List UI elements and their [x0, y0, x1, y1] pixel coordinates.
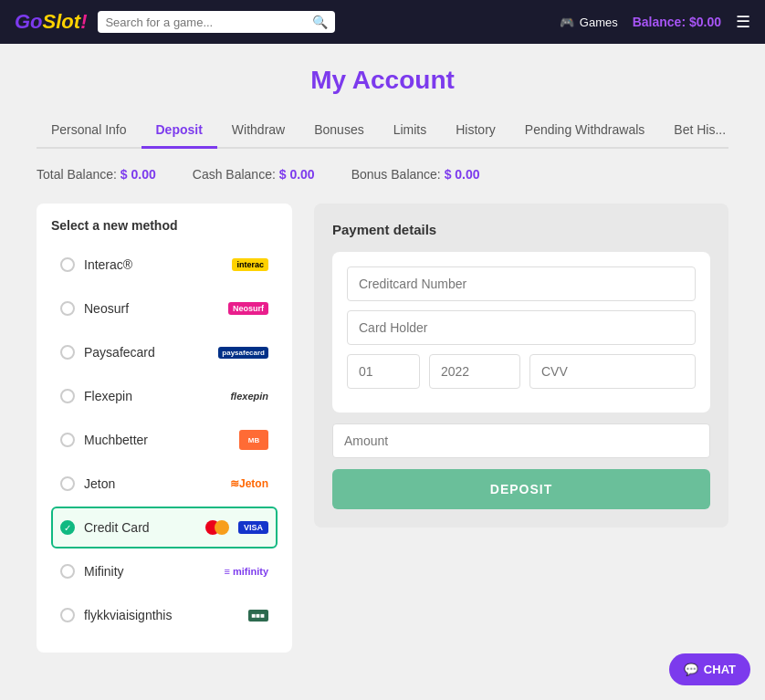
menu-icon[interactable]: ☰: [736, 12, 750, 32]
muchbetter-badge: MB: [239, 430, 268, 450]
method-neosurf-label: Neosurf: [84, 301, 219, 316]
tab-withdraw[interactable]: Withdraw: [217, 113, 299, 149]
payment-details-title: Payment details: [332, 222, 710, 237]
expiry-row: [347, 354, 696, 389]
header-right: 🎮 Games Balance: $0.00 ☰: [560, 12, 750, 32]
method-muchbetter-logo: MB: [239, 430, 268, 450]
card-form: [332, 252, 710, 413]
jeton-badge: ≋Jeton: [230, 477, 268, 490]
balance-label: Balance: $0.00: [633, 15, 721, 29]
method-flykk-radio: [60, 608, 75, 622]
flykk-badge: ■■■: [248, 610, 269, 622]
search-input[interactable]: [105, 16, 307, 29]
flexepin-badge: flexepin: [230, 391, 268, 402]
year-input[interactable]: [429, 354, 520, 389]
search-icon: 🔍: [312, 15, 328, 29]
method-interac[interactable]: Interac® interac: [51, 244, 278, 286]
methods-title: Select a new method: [51, 218, 278, 233]
method-flykk[interactable]: flykkviaisignthis ■■■: [51, 594, 278, 636]
tab-deposit[interactable]: Deposit: [141, 113, 217, 149]
method-jeton-radio: [60, 476, 75, 491]
method-paysafecard-logo: paysafecard: [218, 342, 268, 362]
bonus-balance: Bonus Balance: $ 0.00: [351, 167, 480, 182]
method-muchbetter-radio: [60, 433, 75, 447]
content-area: Select a new method Interac® interac Neo…: [37, 204, 728, 653]
chat-button[interactable]: 💬 CHAT: [669, 653, 750, 685]
games-icon: 🎮: [560, 16, 574, 29]
tabs-bar: Personal Info Deposit Withdraw Bonuses L…: [37, 113, 728, 149]
card-number-input[interactable]: [347, 266, 696, 301]
logo-slot: Slot: [43, 10, 81, 33]
payment-details-panel: Payment details DEPOSIT: [314, 204, 728, 528]
logo-excl: !: [80, 10, 87, 33]
mifinity-badge: ≡ mifinity: [224, 566, 268, 577]
method-flexepin[interactable]: Flexepin flexepin: [51, 375, 278, 417]
paysafe-badge: paysafecard: [218, 347, 268, 359]
method-mifinity-radio: [60, 564, 75, 579]
method-creditcard-radio: [60, 520, 75, 535]
chat-icon: 💬: [684, 663, 698, 676]
tab-bonuses[interactable]: Bonuses: [299, 113, 378, 149]
tab-pending-withdrawals[interactable]: Pending Withdrawals: [510, 113, 660, 149]
method-jeton-logo: ≋Jeton: [230, 474, 268, 494]
method-jeton[interactable]: Jeton ≋Jeton: [51, 463, 278, 505]
visa-badge: VISA: [238, 521, 268, 534]
page-title: My Account: [37, 66, 728, 95]
total-balance: Total Balance: $ 0.00: [37, 167, 156, 182]
header: GoSlot! 🔍 🎮 Games Balance: $0.00 ☰: [0, 0, 765, 44]
method-neosurf[interactable]: Neosurf Neosurf: [51, 287, 278, 329]
logo-go: Go: [15, 10, 43, 33]
method-mifinity-logo: ≡ mifinity: [224, 561, 268, 581]
method-interac-label: Interac®: [84, 257, 223, 272]
method-flexepin-label: Flexepin: [84, 389, 221, 403]
mc-right: [215, 520, 229, 535]
method-paysafecard-radio: [60, 345, 75, 360]
method-flykk-label: flykkviaisignthis: [84, 608, 239, 622]
main-content: My Account Personal Info Deposit Withdra…: [0, 44, 765, 674]
cash-balance: Cash Balance: $ 0.00: [193, 167, 315, 182]
method-interac-radio: [60, 257, 75, 272]
chat-label: CHAT: [704, 663, 736, 676]
tab-bet-history[interactable]: Bet His...: [659, 113, 740, 149]
method-creditcard[interactable]: Credit Card VISA: [51, 507, 278, 549]
method-paysafecard[interactable]: Paysafecard paysafecard: [51, 331, 278, 373]
method-creditcard-logo: VISA: [205, 517, 268, 538]
interac-badge: interac: [232, 258, 268, 271]
month-input[interactable]: [347, 354, 420, 389]
tab-history[interactable]: History: [441, 113, 510, 149]
search-bar[interactable]: 🔍: [98, 11, 335, 33]
method-muchbetter-label: Muchbetter: [84, 433, 230, 447]
neosurf-badge: Neosurf: [228, 302, 268, 315]
cvv-input[interactable]: [529, 354, 696, 389]
method-mifinity[interactable]: Mifinity ≡ mifinity: [51, 550, 278, 592]
games-label: 🎮 Games: [560, 16, 618, 29]
method-flexepin-logo: flexepin: [230, 386, 268, 406]
logo: GoSlot!: [15, 10, 87, 34]
method-mifinity-label: Mifinity: [84, 564, 215, 579]
card-holder-input[interactable]: [347, 310, 696, 345]
amount-input[interactable]: [332, 423, 710, 458]
method-muchbetter[interactable]: Muchbetter MB: [51, 419, 278, 461]
deposit-button[interactable]: DEPOSIT: [332, 469, 710, 509]
mastercard-badge: [205, 519, 231, 536]
method-neosurf-radio: [60, 301, 75, 316]
methods-panel: Select a new method Interac® interac Neo…: [37, 204, 292, 653]
method-creditcard-label: Credit Card: [84, 520, 196, 535]
method-neosurf-logo: Neosurf: [228, 298, 268, 319]
balance-row: Total Balance: $ 0.00 Cash Balance: $ 0.…: [37, 167, 728, 182]
method-flykk-logo: ■■■: [248, 605, 269, 625]
method-jeton-label: Jeton: [84, 476, 221, 491]
method-interac-logo: interac: [232, 255, 268, 275]
method-flexepin-radio: [60, 389, 75, 403]
tab-personal-info[interactable]: Personal Info: [37, 113, 141, 149]
method-paysafecard-label: Paysafecard: [84, 345, 209, 360]
tab-limits[interactable]: Limits: [379, 113, 442, 149]
